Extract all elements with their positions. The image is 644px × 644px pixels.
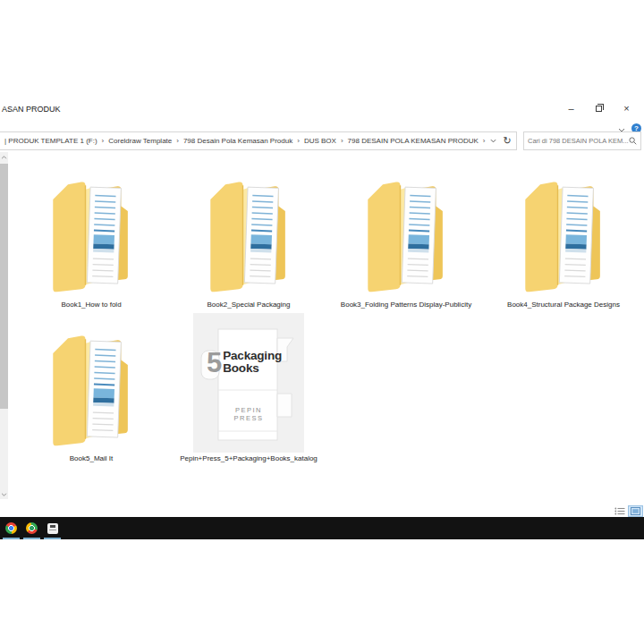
breadcrumb-segment[interactable]: 798 DESAIN POLA KEMASAN PRODUK <box>346 137 480 145</box>
address-bar[interactable]: | PRODUK TEMPLATE 1 (F:)›Coreldraw Templ… <box>0 131 517 150</box>
folder-icon <box>517 159 610 299</box>
breadcrumb-separator[interactable]: › <box>338 137 346 145</box>
file-item-folder[interactable]: Book4_Structural Package Designs <box>485 159 642 313</box>
search-input[interactable]: Cari di 798 DESAIN POLA KEM... <box>523 131 641 150</box>
file-item-folder[interactable]: Book2_Special Packaging <box>170 159 327 313</box>
file-label: Book3_Folding Patterns Display-Publicity <box>341 301 471 309</box>
breadcrumb-segment[interactable]: Coreldraw Template <box>106 137 174 145</box>
taskbar-app-chrome[interactable] <box>1 517 21 539</box>
file-label: Book5_Mail It <box>70 454 113 462</box>
restore-button[interactable] <box>585 98 613 117</box>
file-grid: Book1_How to fold <box>13 159 644 467</box>
details-view-button[interactable] <box>613 506 626 516</box>
minimize-button[interactable]: – <box>557 98 585 117</box>
close-button[interactable]: × <box>613 98 640 117</box>
taskbar: IND 15.04 <box>0 517 644 539</box>
running-indicator <box>44 538 61 539</box>
taskbar-app-computer[interactable] <box>42 517 63 539</box>
screen: ASAN PRODUK – × ? | PRODUK TEMPLATE 1 (F… <box>0 0 644 644</box>
file-label: Pepin+Press_5+Packaging+Books_katalog <box>180 454 318 462</box>
file-item-folder[interactable]: Book5_Mail It <box>13 313 170 467</box>
details-view-icon <box>614 507 625 515</box>
window-title: ASAN PRODUK <box>2 105 61 114</box>
chevron-up-icon <box>1 156 7 159</box>
folder-icon <box>45 313 138 453</box>
dieline-artwork <box>193 313 304 453</box>
address-row: | PRODUK TEMPLATE 1 (F:)›Coreldraw Templ… <box>0 131 644 150</box>
thumbnail-publisher: PEPIN PRESS <box>193 406 304 422</box>
search-icon <box>629 137 637 145</box>
file-label: Book4_Structural Package Designs <box>507 301 620 309</box>
file-item-folder[interactable]: Book3_Folding Patterns Display-Publicity <box>327 159 485 313</box>
running-indicator <box>3 538 20 539</box>
search-placeholder: Cari di 798 DESAIN POLA KEM... <box>528 137 629 145</box>
thumbnail-view-icon <box>631 507 640 515</box>
running-indicator <box>23 538 40 539</box>
file-label: Book2_Special Packaging <box>208 301 291 309</box>
scrollbar-thumb[interactable] <box>0 164 8 409</box>
view-toggles <box>613 506 642 516</box>
breadcrumb: | PRODUK TEMPLATE 1 (F:)›Coreldraw Templ… <box>3 137 486 145</box>
breadcrumb-separator[interactable]: › <box>99 137 107 145</box>
folder-icon <box>202 159 295 299</box>
chrome-icon <box>5 522 17 534</box>
computer-icon <box>47 523 58 534</box>
vertical-scrollbar[interactable] <box>0 152 8 499</box>
thumbnail-view-button[interactable] <box>629 506 642 516</box>
breadcrumb-separator[interactable]: › <box>294 137 302 145</box>
scroll-down-button[interactable] <box>0 489 8 499</box>
breadcrumb-segment[interactable]: 798 Desain Pola Kemasan Produk <box>182 137 294 145</box>
taskbar-app-chrome-2[interactable] <box>21 517 42 539</box>
chrome-icon-2 <box>26 522 38 534</box>
window-controls: – × <box>557 98 640 117</box>
file-thumbnail: 5 Packaging Books PEPIN PRESS <box>193 313 304 453</box>
breadcrumb-segment[interactable]: DUS BOX <box>302 137 338 145</box>
breadcrumb-separator[interactable]: › <box>174 137 182 145</box>
breadcrumb-segment[interactable]: | PRODUK TEMPLATE 1 (F:) <box>3 137 99 145</box>
chevron-down-icon <box>490 139 496 143</box>
scroll-up-button[interactable] <box>0 152 8 162</box>
folder-icon <box>45 159 138 299</box>
chevron-down-icon <box>1 493 7 496</box>
file-label: Book1_How to fold <box>61 301 121 309</box>
refresh-button[interactable]: ↻ <box>500 132 514 149</box>
address-dropdown-button[interactable] <box>486 132 500 149</box>
thumbnail-title: 5 Packaging Books <box>207 350 282 376</box>
folder-icon <box>360 159 453 299</box>
restore-icon <box>596 106 602 112</box>
file-item-folder[interactable]: Book1_How to fold <box>13 159 170 313</box>
refresh-icon: ↻ <box>503 136 511 146</box>
taskbar-apps <box>1 517 63 539</box>
file-item-document[interactable]: 5 Packaging Books PEPIN PRESS Pepin+Pres… <box>170 313 327 467</box>
